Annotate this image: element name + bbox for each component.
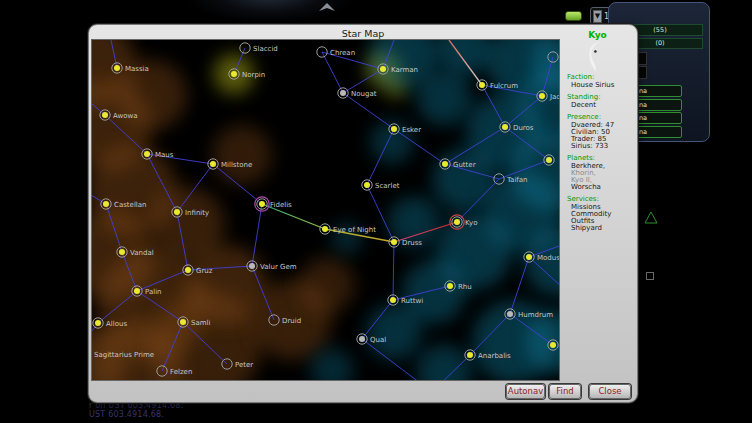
system-label: Eye of Night bbox=[333, 226, 376, 234]
nebula-blob bbox=[416, 70, 472, 126]
system-label: Massia bbox=[125, 65, 149, 73]
system-label: Infinity bbox=[185, 209, 209, 217]
system-node-fulcrum[interactable] bbox=[477, 80, 487, 90]
presence-line: Sirius: 733 bbox=[571, 142, 608, 150]
system-label: Norpin bbox=[242, 71, 265, 79]
nebula-blob bbox=[212, 125, 272, 185]
system-node-qual[interactable] bbox=[357, 334, 367, 344]
system-label: Castellan bbox=[114, 201, 147, 209]
planets-label: Planets: bbox=[567, 154, 595, 162]
nebula-blob bbox=[299, 257, 355, 313]
system-label: Kyo bbox=[465, 219, 478, 227]
service-name: Shipyard bbox=[571, 224, 602, 232]
system-label: Awowa bbox=[113, 112, 138, 120]
hud-status-led bbox=[565, 11, 582, 21]
system-label: Rhu bbox=[458, 283, 472, 291]
system-label: Valur Gem bbox=[260, 263, 297, 271]
system-label: Millstone bbox=[221, 161, 252, 169]
system-label: Chrean bbox=[330, 49, 355, 57]
system-label: Maus bbox=[155, 151, 174, 159]
system-node-anarbalis[interactable] bbox=[465, 350, 475, 360]
target-triangle-icon bbox=[644, 211, 658, 225]
nebula-blob bbox=[416, 344, 472, 380]
autonav-button[interactable]: Autonav bbox=[506, 384, 545, 399]
hyperlane bbox=[322, 52, 343, 93]
star-map-window: Star Map MassiaSlaccidNorpinChreanKarman… bbox=[88, 24, 638, 403]
nebula-blob bbox=[366, 304, 422, 360]
system-label: Gutter bbox=[453, 161, 476, 169]
system-label: Allous bbox=[106, 320, 127, 328]
find-button[interactable]: Find bbox=[549, 384, 581, 399]
chevron-down-icon[interactable]: ▼ bbox=[593, 10, 602, 23]
standing-value: Decent bbox=[571, 101, 596, 109]
system-label: Esker bbox=[402, 126, 421, 134]
system-label: Palin bbox=[145, 288, 162, 296]
system-label: Felzen bbox=[170, 368, 192, 376]
system-label: Gruz bbox=[196, 267, 213, 275]
system-node-kyo[interactable] bbox=[450, 215, 464, 229]
system-label: Taifan bbox=[506, 176, 528, 184]
system-node-nougat[interactable] bbox=[338, 88, 348, 98]
selected-system-name: Kyo bbox=[558, 30, 637, 40]
system-node-eyeofnight[interactable] bbox=[320, 224, 330, 234]
starmap-viewport[interactable]: MassiaSlaccidNorpinChreanKarmanNougatFul… bbox=[91, 39, 560, 381]
system-label: Ruttwi bbox=[401, 297, 423, 305]
system-label: Peter bbox=[235, 361, 253, 369]
system-node-scarlet[interactable] bbox=[362, 180, 372, 190]
system-label: Duros bbox=[513, 124, 534, 132]
system-label: Samli bbox=[191, 319, 210, 327]
system-label: Karman bbox=[391, 66, 418, 74]
faction-label: Faction: bbox=[567, 73, 594, 81]
starmap[interactable]: MassiaSlaccidNorpinChreanKarmanNougatFul… bbox=[92, 40, 559, 380]
standing-label: Standing: bbox=[567, 93, 601, 101]
log-line-2: UST 603.4914.68. bbox=[89, 410, 164, 419]
system-label: Slaccid bbox=[253, 45, 278, 53]
system-label: Fulcrum bbox=[490, 82, 518, 90]
faction-value: House Sirius bbox=[571, 81, 614, 89]
system-label: Nougat bbox=[351, 90, 377, 98]
presence-label: Presence: bbox=[567, 113, 601, 121]
system-node-fidelis[interactable] bbox=[255, 197, 269, 211]
system-label: Sagittarius Prime bbox=[94, 351, 154, 359]
system-label: Druss bbox=[402, 239, 422, 247]
system-label: Druid bbox=[282, 317, 301, 325]
system-info-panel: Kyo Faction: House Sirius Standing: Dece… bbox=[558, 39, 637, 379]
system-label: Vandal bbox=[130, 249, 154, 257]
planet-name: Worscha bbox=[571, 183, 601, 191]
hyperlane bbox=[252, 204, 262, 266]
window-title: Star Map bbox=[89, 28, 637, 39]
system-label: Modus M bbox=[537, 254, 559, 262]
hyperlane bbox=[343, 93, 394, 129]
system-label: Qual bbox=[370, 336, 386, 344]
system-label: Anarbalis bbox=[478, 352, 511, 360]
target-square-icon bbox=[646, 272, 654, 280]
system-label: Fidelis bbox=[270, 201, 292, 209]
system-label: Scarlet bbox=[375, 182, 400, 190]
nebula-blob bbox=[310, 348, 354, 380]
system-label: Humdrum bbox=[518, 311, 553, 319]
hyperlane bbox=[393, 242, 394, 300]
services-label: Services: bbox=[567, 195, 599, 203]
player-ship-sprite bbox=[316, 1, 338, 14]
close-button[interactable]: Close bbox=[589, 384, 631, 399]
faction-logo-icon bbox=[587, 41, 603, 73]
